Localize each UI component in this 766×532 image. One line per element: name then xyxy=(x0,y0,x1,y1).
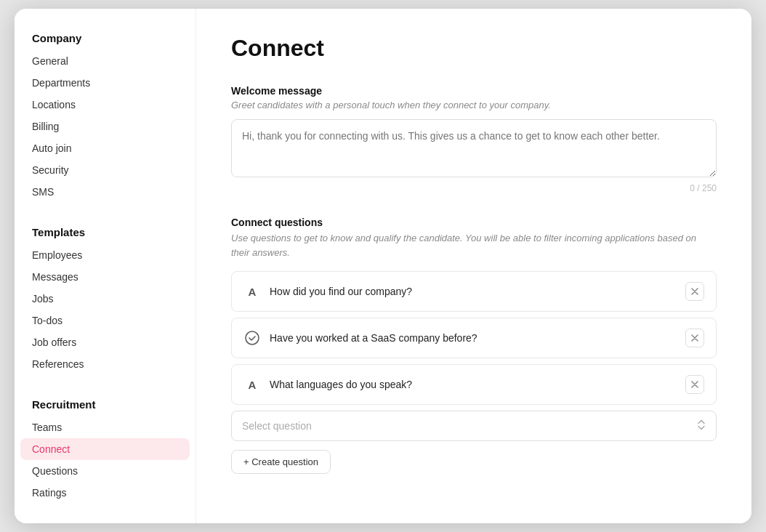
question-item: Have you worked at a SaaS company before… xyxy=(231,318,717,358)
sidebar-item-references[interactable]: References xyxy=(15,353,195,375)
select-question-dropdown[interactable]: Select question xyxy=(231,411,717,441)
sidebar-item-to-dos[interactable]: To-dos xyxy=(15,310,195,331)
sidebar-item-teams[interactable]: Teams xyxy=(15,416,195,438)
sidebar-item-locations[interactable]: Locations xyxy=(15,94,195,116)
text-question-icon: A xyxy=(243,283,261,300)
sidebar-item-billing[interactable]: Billing xyxy=(15,116,195,137)
recruitment-section-title: Recruitment xyxy=(15,398,195,416)
remove-question-button[interactable] xyxy=(685,282,704,301)
sidebar-item-questions[interactable]: Questions xyxy=(15,460,195,482)
welcome-desc: Greet candidates with a personal touch w… xyxy=(231,100,717,110)
welcome-message-section: Welcome message Greet candidates with a … xyxy=(231,85,717,193)
text-question-icon: A xyxy=(243,376,261,393)
connect-questions-section: Connect questions Use questions to get t… xyxy=(231,217,717,474)
question-item: AHow did you find our company? xyxy=(231,271,717,312)
page-title: Connect xyxy=(231,35,717,62)
sidebar-item-connect[interactable]: Connect xyxy=(20,438,190,460)
app-window: Company GeneralDepartmentsLocationsBilli… xyxy=(15,9,751,523)
sidebar-item-auto-join[interactable]: Auto join xyxy=(15,137,195,159)
select-question-wrapper: Select question xyxy=(231,411,717,441)
company-section-title: Company xyxy=(15,32,195,50)
question-text: How did you find our company? xyxy=(270,286,412,297)
check-question-icon xyxy=(243,329,261,347)
sidebar-item-job-offers[interactable]: Job offers xyxy=(15,331,195,353)
questions-desc: Use questions to get to know and qualify… xyxy=(231,231,717,259)
remove-question-button[interactable] xyxy=(685,375,704,394)
sidebar-item-employees[interactable]: Employees xyxy=(15,244,195,266)
sidebar: Company GeneralDepartmentsLocationsBilli… xyxy=(15,9,196,523)
remove-question-button[interactable] xyxy=(685,329,704,347)
sidebar-item-sms[interactable]: SMS xyxy=(15,181,195,203)
create-question-button[interactable]: + Create question xyxy=(231,450,331,474)
char-counter: 0 / 250 xyxy=(231,183,717,193)
question-text: What languages do you speak? xyxy=(270,379,412,390)
sidebar-item-departments[interactable]: Departments xyxy=(15,72,195,94)
welcome-textarea[interactable] xyxy=(231,119,717,177)
main-content: Connect Welcome message Greet candidates… xyxy=(196,9,751,523)
sidebar-item-ratings[interactable]: Ratings xyxy=(15,482,195,504)
questions-label: Connect questions xyxy=(231,217,717,228)
question-text: Have you worked at a SaaS company before… xyxy=(270,332,477,344)
welcome-label: Welcome message xyxy=(231,85,717,97)
question-item: AWhat languages do you speak? xyxy=(231,364,717,405)
sidebar-item-general[interactable]: General xyxy=(15,50,195,72)
sidebar-item-jobs[interactable]: Jobs xyxy=(15,288,195,310)
sidebar-item-security[interactable]: Security xyxy=(15,159,195,181)
sidebar-item-messages[interactable]: Messages xyxy=(15,266,195,288)
svg-point-0 xyxy=(246,331,259,344)
templates-section-title: Templates xyxy=(15,226,195,244)
